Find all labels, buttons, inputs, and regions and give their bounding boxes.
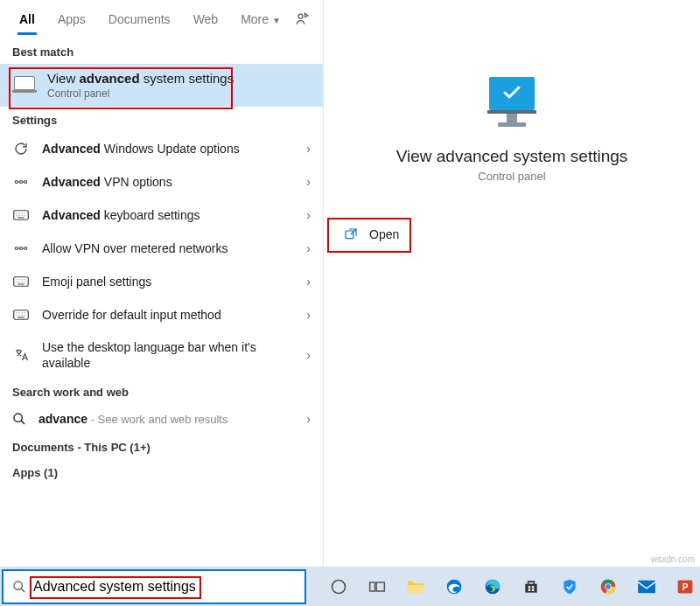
- keyboard-icon: [12, 306, 30, 324]
- edge-icon[interactable]: [478, 572, 508, 602]
- chevron-right-icon: ›: [306, 308, 311, 322]
- svg-rect-27: [532, 586, 535, 589]
- open-icon: [343, 226, 359, 242]
- search-input[interactable]: Advanced system settings: [2, 569, 306, 604]
- feedback-icon[interactable]: [293, 10, 312, 29]
- vpn-icon: [12, 240, 30, 257]
- vpn-icon: [12, 173, 30, 191]
- best-match-result[interactable]: View advanced system settings Control pa…: [0, 64, 323, 107]
- section-apps[interactable]: Apps (1): [0, 459, 323, 484]
- svg-rect-22: [376, 582, 384, 591]
- monitor-icon: [480, 73, 543, 131]
- svg-rect-16: [507, 114, 517, 122]
- setting-item[interactable]: Override for default input method ›: [0, 298, 323, 331]
- watermark: wsxdn.com: [651, 554, 695, 564]
- search-icon: [12, 412, 26, 426]
- search-results-panel: All Apps Documents Web More▼ Best match …: [0, 0, 700, 567]
- open-action[interactable]: Open: [332, 218, 420, 251]
- cortana-icon[interactable]: [324, 572, 354, 602]
- search-icon: [12, 580, 26, 594]
- chevron-right-icon: ›: [306, 241, 311, 255]
- svg-point-6: [24, 181, 27, 184]
- setting-item[interactable]: Emoji panel settings ›: [0, 265, 323, 298]
- section-best-match: Best match: [0, 38, 323, 64]
- tab-apps[interactable]: Apps: [47, 3, 96, 35]
- svg-point-32: [606, 584, 611, 589]
- search-query-text: Advanced system settings: [33, 579, 196, 595]
- svg-rect-29: [532, 589, 535, 591]
- web-search-suggestion[interactable]: advance - See work and web results ›: [0, 404, 323, 434]
- setting-item[interactable]: Advanced Windows Update options ›: [0, 132, 323, 165]
- setting-item[interactable]: Advanced VPN options ›: [0, 165, 323, 199]
- chrome-icon[interactable]: [593, 572, 623, 602]
- section-search-web: Search work and web: [0, 379, 323, 404]
- powerpoint-icon[interactable]: P: [670, 572, 700, 602]
- security-icon[interactable]: [555, 572, 584, 602]
- chevron-right-icon: ›: [306, 348, 311, 362]
- tab-more[interactable]: More▼: [230, 3, 291, 35]
- svg-text:P: P: [682, 582, 689, 592]
- keyboard-icon: [12, 206, 30, 224]
- refresh-icon: [12, 140, 30, 157]
- chevron-right-icon: ›: [306, 208, 311, 222]
- preview-title: View advanced system settings: [396, 147, 628, 166]
- svg-point-13: [14, 414, 22, 421]
- svg-point-9: [20, 247, 23, 250]
- section-settings: Settings: [0, 107, 323, 132]
- section-documents-pc[interactable]: Documents - This PC (1+): [0, 434, 323, 459]
- svg-point-4: [15, 181, 18, 184]
- keyboard-icon: [12, 273, 30, 290]
- preview-subtitle: Control panel: [478, 170, 545, 183]
- svg-rect-7: [14, 211, 29, 220]
- setting-item[interactable]: Allow VPN over metered networks ›: [0, 232, 323, 265]
- setting-item[interactable]: Use the desktop language bar when it's a…: [0, 331, 323, 379]
- tab-all[interactable]: All: [9, 3, 46, 35]
- preview-pane: View advanced system settings Control pa…: [324, 0, 700, 567]
- svg-rect-26: [528, 586, 531, 589]
- svg-rect-17: [498, 122, 526, 127]
- language-icon: [12, 346, 30, 364]
- svg-rect-28: [528, 589, 531, 591]
- svg-point-20: [332, 580, 346, 593]
- svg-rect-33: [638, 580, 655, 592]
- svg-rect-11: [14, 277, 29, 287]
- filter-tabs: All Apps Documents Web More▼: [0, 0, 323, 38]
- svg-rect-21: [370, 582, 375, 591]
- laptop-icon: [12, 76, 37, 95]
- tab-web[interactable]: Web: [183, 3, 229, 35]
- svg-rect-23: [408, 585, 424, 593]
- file-explorer-icon[interactable]: [401, 572, 430, 602]
- task-view-icon[interactable]: [362, 572, 392, 602]
- svg-point-8: [15, 247, 18, 250]
- mail-icon[interactable]: [632, 572, 662, 602]
- chevron-down-icon: ▼: [272, 16, 281, 25]
- svg-point-19: [14, 582, 22, 589]
- best-match-subtitle: Control panel: [47, 87, 234, 100]
- svg-rect-18: [346, 231, 354, 239]
- svg-point-0: [298, 14, 303, 18]
- edge-legacy-icon[interactable]: [439, 572, 469, 602]
- results-left-pane: All Apps Documents Web More▼ Best match …: [0, 0, 324, 567]
- store-icon[interactable]: [516, 572, 546, 602]
- chevron-right-icon: ›: [306, 142, 311, 156]
- setting-item[interactable]: Advanced keyboard settings ›: [0, 199, 323, 232]
- best-match-title: View advanced system settings: [47, 71, 234, 86]
- svg-point-5: [20, 181, 23, 184]
- chevron-right-icon: ›: [306, 175, 311, 189]
- chevron-right-icon: ›: [306, 275, 311, 289]
- svg-point-10: [24, 247, 27, 250]
- tab-documents[interactable]: Documents: [98, 3, 181, 35]
- svg-rect-15: [487, 110, 536, 114]
- taskbar: Advanced system settings P: [0, 567, 700, 606]
- svg-rect-12: [14, 310, 29, 320]
